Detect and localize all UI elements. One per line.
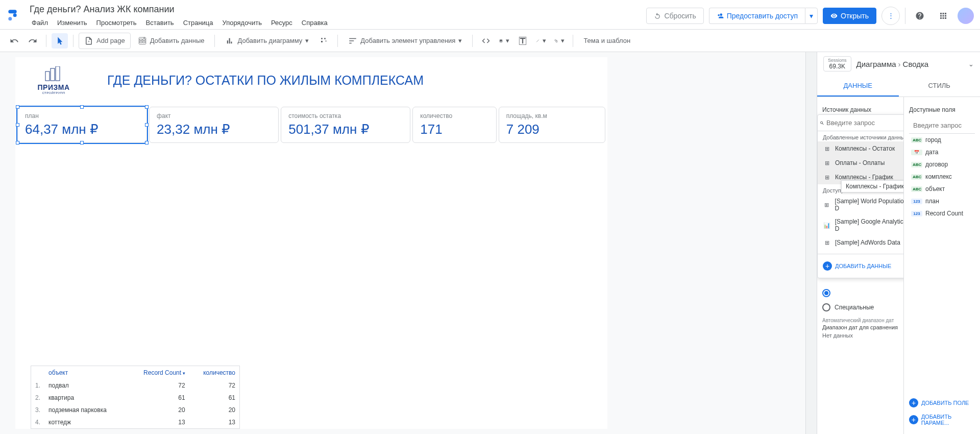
- report-page: ПРИЗМА СТРОЙГРУПП ГДЕ ДЕНЬГИ? ОСТАТКИ ПО…: [15, 57, 607, 429]
- reset-button[interactable]: Сбросить: [646, 8, 703, 24]
- main-area: ПРИЗМА СТРОЙГРУПП ГДЕ ДЕНЬГИ? ОСТАТКИ ПО…: [0, 52, 980, 434]
- tab-data[interactable]: ДАННЫЕ: [817, 76, 899, 97]
- company-logo: ПРИЗМА СТРОЙГРУПП: [31, 66, 77, 94]
- share-dropdown[interactable]: ▾: [805, 8, 818, 24]
- table-row: 1.подвал7272: [31, 379, 239, 392]
- field-item[interactable]: 123план: [909, 195, 975, 207]
- scorecard-fact[interactable]: факт 23,32 млн ₽: [149, 107, 279, 143]
- title-area: Где деньги? Анализ ЖК компании Файл Изме…: [28, 3, 646, 29]
- open-button[interactable]: Открыть: [823, 8, 876, 24]
- svg-rect-12: [556, 40, 558, 42]
- svg-text:+: +: [325, 39, 328, 43]
- svg-rect-7: [321, 41, 323, 42]
- field-item[interactable]: ABCгород: [909, 134, 975, 146]
- data-config: Источник данных Добавленные источники да…: [817, 97, 903, 434]
- svg-rect-1: [13, 13, 17, 17]
- datasource-item[interactable]: ⊞[Sample] YouTube Data: [818, 250, 903, 254]
- menu-insert[interactable]: Вставить: [142, 17, 178, 29]
- datasource-item[interactable]: ⊞[Sample] World Population D: [818, 195, 903, 215]
- svg-line-10: [537, 39, 540, 42]
- datastudio-logo: [6, 8, 22, 24]
- menu-arrange[interactable]: Упорядочить: [218, 17, 266, 29]
- select-tool[interactable]: [52, 33, 68, 49]
- svg-rect-0: [8, 17, 12, 20]
- add-data-link[interactable]: +ДОБАВИТЬ ДАННЫЕ: [823, 258, 903, 274]
- menu-page[interactable]: Страница: [179, 17, 217, 29]
- theme-button[interactable]: Тема и шаблон: [578, 34, 635, 47]
- datasource-item[interactable]: 📊[Sample] Google Analytics D: [818, 215, 903, 235]
- collapse-icon[interactable]: ⌄: [968, 60, 974, 68]
- fields-search-input[interactable]: [911, 119, 980, 131]
- add-param-link[interactable]: +ДОБАВИТЬ ПАРАМЕ...: [909, 411, 980, 429]
- menu-file[interactable]: Файл: [28, 17, 52, 29]
- properties-panel: Sessions 69.3K Диаграмма›Сводка ⌄ ДАННЫЕ…: [817, 52, 980, 434]
- menu-resource[interactable]: Ресурс: [267, 17, 297, 29]
- source-label: Источник данных: [822, 106, 898, 113]
- scorecards-row: план 64,37 млн ₽ факт 23,32 млн ₽ стоимо…: [15, 104, 607, 146]
- menu-view[interactable]: Просмотреть: [92, 17, 141, 29]
- community-viz-button[interactable]: +: [316, 33, 332, 49]
- scorecard-plan[interactable]: план 64,37 млн ₽: [17, 107, 147, 143]
- add-data-button[interactable]: + Добавить данные: [133, 33, 210, 49]
- radio-special[interactable]: Специальные: [822, 300, 898, 315]
- add-field-link[interactable]: +ДОБАВИТЬ ПОЛЕ: [909, 395, 980, 411]
- menu-bar: Файл Изменить Просмотреть Вставить Стран…: [28, 17, 646, 29]
- table-row: 3.подземная парковка2020: [31, 404, 239, 416]
- tooltip: Комплексы - График: [841, 180, 903, 192]
- canvas[interactable]: ПРИЗМА СТРОЙГРУПП ГДЕ ДЕНЬГИ? ОСТАТКИ ПО…: [0, 52, 805, 434]
- table-row: 4.коттедж1313: [31, 416, 239, 428]
- scorecard-cost[interactable]: стоимость остатка 501,37 млн ₽: [281, 107, 410, 143]
- svg-rect-14: [51, 68, 55, 81]
- radio-auto[interactable]: [822, 286, 898, 300]
- line-button[interactable]: ▾: [533, 33, 549, 49]
- svg-text:+: +: [88, 39, 90, 43]
- chart-type-icon[interactable]: Sessions 69.3K: [823, 56, 851, 71]
- vertical-ruler: [805, 52, 817, 434]
- datasource-item[interactable]: ⊞[Sample] AdWords Data: [818, 235, 903, 250]
- menu-help[interactable]: Справка: [298, 17, 332, 29]
- panel-tabs: ДАННЫЕ СТИЛЬ: [817, 76, 980, 97]
- datasource-search[interactable]: [818, 115, 903, 131]
- redo-button[interactable]: [24, 33, 41, 49]
- svg-rect-13: [45, 71, 50, 81]
- datasource-item[interactable]: ⊞Комплексы - Остаток: [818, 141, 903, 156]
- fields-search[interactable]: [909, 117, 975, 134]
- menu-edit[interactable]: Изменить: [53, 17, 91, 29]
- panel-header: Sessions 69.3K Диаграмма›Сводка ⌄: [817, 52, 980, 76]
- scorecard-count[interactable]: количество 171: [412, 107, 496, 143]
- table-row: 2.квартира6161: [31, 392, 239, 404]
- tab-style[interactable]: СТИЛЬ: [899, 76, 981, 97]
- apps-icon[interactable]: [934, 7, 952, 25]
- report-title: ГДЕ ДЕНЬГИ? ОСТАТКИ ПО ЖИЛЫМ КОМПЛЕКСАМ: [107, 73, 424, 88]
- datasource-picker: Добавленные источники данных ⊞Комплексы …: [817, 114, 903, 278]
- svg-rect-2: [8, 10, 16, 13]
- datasource-search-input[interactable]: [824, 117, 903, 129]
- field-item[interactable]: 📅дата: [909, 146, 975, 158]
- panel-breadcrumb: Диаграмма›Сводка: [856, 60, 929, 68]
- svg-text:+: +: [143, 36, 145, 40]
- add-chart-button[interactable]: Добавить диаграмму ▾: [220, 33, 314, 49]
- add-control-button[interactable]: Добавить элемент управления ▾: [343, 33, 467, 49]
- add-page-button[interactable]: + Add page: [79, 33, 131, 49]
- shape-button[interactable]: ▾: [551, 33, 568, 49]
- more-options-button[interactable]: ⋮: [881, 7, 900, 25]
- svg-rect-15: [56, 66, 60, 81]
- field-item[interactable]: ABCобъект: [909, 183, 975, 195]
- scorecard-area[interactable]: площадь, кв.м 7 209: [499, 107, 605, 143]
- undo-button[interactable]: [6, 33, 22, 49]
- app-header: Где деньги? Анализ ЖК компании Файл Изме…: [0, 0, 980, 30]
- field-item[interactable]: 123Record Count: [909, 207, 975, 220]
- image-button[interactable]: ▾: [496, 33, 512, 49]
- document-title[interactable]: Где деньги? Анализ ЖК компании: [28, 3, 646, 16]
- user-avatar[interactable]: [958, 8, 974, 24]
- svg-point-5: [321, 38, 323, 39]
- field-item[interactable]: ABCкомплекс: [909, 171, 975, 183]
- toolbar: + Add page + Добавить данные Добавить ди…: [0, 30, 980, 52]
- table-chart[interactable]: объект Record Count количество 1.подвал7…: [31, 366, 240, 429]
- field-item[interactable]: ABCдоговор: [909, 158, 975, 171]
- help-icon[interactable]: [911, 7, 929, 25]
- share-button[interactable]: Предоставить доступ: [709, 8, 805, 24]
- text-button[interactable]: [514, 33, 531, 49]
- datasource-item[interactable]: ⊞Оплаты - Оплаты: [818, 156, 903, 170]
- embed-button[interactable]: [478, 33, 494, 49]
